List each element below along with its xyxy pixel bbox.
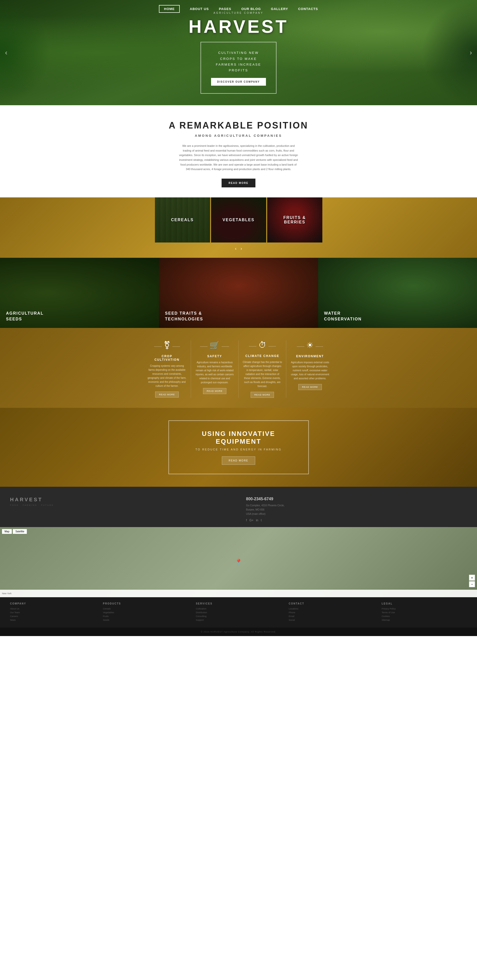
fruits-label: FRUITS &BERRIES — [284, 215, 306, 224]
icon-crop-cultivation: ⚧ CROPCULTIVATION Cropping systems vary … — [144, 340, 191, 398]
bottom-col-products-title: Products — [103, 602, 188, 605]
bottom-item[interactable]: Distribution — [196, 611, 281, 614]
product-card-cereals[interactable]: CEREALS — [155, 197, 210, 242]
satellite-view-button[interactable]: Satellite — [13, 529, 27, 534]
environment-title: ENVIRONMENT — [290, 355, 330, 358]
bottom-item[interactable]: Seeds — [103, 619, 188, 621]
bottom-item[interactable]: About Us — [10, 608, 96, 610]
innovative-read-more[interactable]: READ MORE — [222, 457, 255, 465]
nav-blog[interactable]: Our blog — [241, 7, 261, 11]
social-google[interactable]: G+ — [249, 519, 254, 522]
bottom-item[interactable]: Privacy Policy — [381, 608, 467, 610]
bottom-item[interactable]: Terms of Use — [381, 611, 467, 614]
icons-grid: ⚧ CROPCULTIVATION Cropping systems vary … — [144, 340, 334, 398]
cards-next-button[interactable]: › — [241, 246, 242, 251]
nav-gallery[interactable]: Gallery — [271, 7, 288, 11]
vegetables-overlay: VEGETABLES — [211, 197, 266, 242]
nav-pages[interactable]: Pages — [219, 7, 231, 11]
nav-home[interactable]: Home — [159, 5, 180, 13]
vegetables-label: VEGETABLES — [223, 218, 254, 222]
seed-traits-label: SEED TRAITS &TECHNOLOGIES — [165, 311, 203, 322]
copyright-bar: © 2024 HARVEST Agriculture Company. All … — [0, 628, 477, 636]
map-view-button[interactable]: Map — [2, 529, 12, 534]
bottom-col-contact: Contact Locations Phone Email Social — [289, 602, 374, 622]
remarkable-heading: A REMARKABLE POSITION — [5, 120, 472, 131]
crop-title: CROPCULTIVATION — [147, 355, 187, 361]
copyright-text: © 2024 HARVEST Agriculture Company. All … — [201, 630, 276, 633]
bottom-item[interactable]: Phone — [289, 611, 374, 614]
social-facebook[interactable]: f — [246, 519, 247, 522]
bottom-col-contact-title: Contact — [289, 602, 374, 605]
bottom-col-company: Company About Us Our Team Careers News — [10, 602, 96, 622]
bottom-item[interactable]: Support — [196, 619, 281, 621]
hero-tagline: CULTIVATING NEWCROPS TO MAKEFARMERS INCR… — [211, 50, 266, 73]
zoom-out-button[interactable]: − — [469, 581, 475, 587]
cereals-overlay: CEREALS — [155, 197, 210, 242]
card-navigation: ‹ › — [0, 242, 477, 253]
bottom-navigation: Company About Us Our Team Careers News P… — [0, 597, 477, 628]
bottom-item[interactable]: Cereals — [103, 608, 188, 610]
crop-icon: ⚧ — [164, 340, 171, 350]
nav-contacts[interactable]: Contacts — [298, 7, 318, 11]
bottom-col-services-title: Services — [196, 602, 281, 605]
product-card-fruits[interactable]: FRUITS &BERRIES — [267, 197, 322, 242]
footer-brand: HARVEST FOOD · FARMING · FUTURE — [10, 497, 231, 522]
innovative-title: USING INNOVATIVE EQUIPMENT — [179, 430, 298, 445]
innovative-subtitle: TO REDUCE TIME AND ENERGY IN FARMING — [179, 448, 298, 451]
environment-read-more[interactable]: READ MORE — [298, 384, 322, 390]
nav-about[interactable]: About us — [190, 7, 209, 11]
bottom-item[interactable]: Fruits — [103, 615, 188, 617]
bottom-item[interactable]: Locations — [289, 608, 374, 610]
map-zoom-controls: + − — [469, 575, 475, 587]
map-controls: Map Satellite — [2, 529, 27, 534]
bottom-item[interactable]: Careers — [10, 615, 96, 617]
bottom-item[interactable]: Cookies — [381, 615, 467, 617]
bottom-item[interactable]: Vegetables — [103, 611, 188, 614]
safety-desc: Agriculture remains a hazardous industry… — [195, 361, 235, 385]
cards-prev-button[interactable]: ‹ — [235, 246, 237, 251]
climate-desc: Climate change has the potential to affe… — [242, 360, 282, 388]
remarkable-subheading: AMONG AGRICULTURAL COMPANIES — [5, 134, 472, 138]
bottom-item[interactable]: Social — [289, 619, 374, 621]
footer-brand-name: HARVEST — [10, 497, 231, 503]
bottom-item[interactable]: Sitemap — [381, 619, 467, 621]
feature-seeds[interactable]: AGRICULTURALSEEDS — [0, 258, 159, 328]
zoom-in-button[interactable]: + — [469, 575, 475, 581]
footer-phone[interactable]: 800-2345-6749 — [246, 497, 467, 501]
cereals-label: CEREALS — [171, 218, 193, 222]
hero-prev-button[interactable]: ‹ — [5, 49, 7, 57]
bottom-item[interactable]: Cultivation — [196, 608, 281, 610]
safety-divider: 🛒 — [195, 340, 235, 352]
remarkable-read-more[interactable]: READ MORE — [222, 179, 255, 188]
bottom-item[interactable]: Email — [289, 615, 374, 617]
bottom-item[interactable]: News — [10, 619, 96, 621]
feature-seed-traits[interactable]: SEED TRAITS &TECHNOLOGIES — [159, 258, 318, 328]
hero-box: CULTIVATING NEWCROPS TO MAKEFARMERS INCR… — [201, 42, 276, 94]
climate-read-more[interactable]: READ MORE — [250, 392, 274, 398]
bottom-col-legal: Legal Privacy Policy Terms of Use Cookie… — [381, 602, 467, 622]
social-linkedin[interactable]: in — [256, 519, 258, 522]
product-cards: CEREALS VEGETABLES FRUITS &BERRIES — [0, 197, 477, 242]
footer-brand-sub: FOOD · FARMING · FUTURE — [10, 504, 231, 506]
bottom-item[interactable]: Consulting — [196, 615, 281, 617]
crop-desc: Cropping systems vary among farms depend… — [147, 364, 187, 388]
water-label: WATERCONSERVATION — [324, 311, 362, 322]
seeds-label: AGRICULTURALSEEDS — [6, 311, 44, 322]
bottom-col-products: Products Cereals Vegetables Fruits Seeds — [103, 602, 188, 622]
map-marker: 📍 — [235, 558, 242, 566]
social-twitter[interactable]: t — [261, 519, 262, 522]
bottom-item[interactable]: Our Team — [10, 611, 96, 614]
environment-icon: ☀ — [306, 340, 314, 350]
feature-water[interactable]: WATERCONSERVATION — [318, 258, 477, 328]
discover-button[interactable]: DISCOVER OUR COMPANY — [211, 78, 266, 86]
climate-icon: ⏱ — [258, 340, 266, 350]
fruits-overlay: FRUITS &BERRIES — [267, 197, 322, 242]
product-card-vegetables[interactable]: VEGETABLES — [211, 197, 266, 242]
hero-next-button[interactable]: › — [470, 49, 472, 57]
bottom-col-legal-title: Legal — [381, 602, 467, 605]
footer-contact: 800-2345-6749 Go Complex, 4316 Phoenix C… — [246, 497, 467, 522]
crop-read-more[interactable]: READ MORE — [155, 391, 179, 398]
map-bottom-bar: New York — [0, 590, 477, 597]
safety-read-more[interactable]: READ MORE — [203, 388, 227, 394]
safety-title: SAFETY — [195, 355, 235, 358]
